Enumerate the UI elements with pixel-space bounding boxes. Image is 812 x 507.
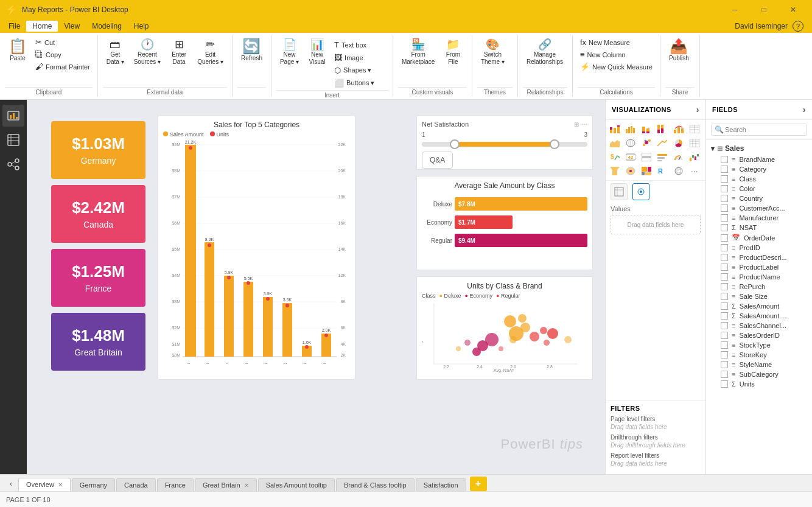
field-productlabel[interactable]: ≡ ProductLabel [706,262,812,272]
tab-overview-close[interactable]: ✕ [58,481,63,488]
viz-line[interactable] [656,136,669,150]
field-storekey[interactable]: ≡ StoreKey [706,350,812,360]
slider-handle-left[interactable] [450,139,460,149]
viz-area[interactable] [608,136,621,150]
viz-line-col[interactable] [672,122,685,136]
new-page-button[interactable]: 📄 NewPage ▾ [276,37,303,68]
field-repurch[interactable]: ≡ RePurch [706,282,812,292]
format-painter-button[interactable]: 🖌 Format Painter [33,61,93,72]
avg-sale-chart[interactable]: Average Sale Amount by Class Deluxe $7.8… [416,176,593,270]
page-filter-drop[interactable]: Drag data fields here [611,424,701,430]
viz-globe[interactable] [672,164,685,178]
tab-sales-tooltip[interactable]: Sales Amount tooltip [258,478,335,491]
viz-matrix[interactable] [688,136,701,150]
viz-clustered-bar[interactable] [624,122,637,136]
paste-button[interactable]: 📋 Paste [5,37,30,65]
viz-format-tab[interactable] [632,183,649,200]
enter-data-button[interactable]: ⊞ EnterData [167,37,191,68]
viz-slicer[interactable] [656,150,669,164]
field-salesorderid[interactable]: ≡ SalesOrderID [706,330,812,340]
viz-filled-map[interactable] [624,164,637,178]
nav-model[interactable] [2,153,24,175]
maximize-button[interactable]: □ [750,0,778,19]
satisfaction-card[interactable]: Net Satisfaction ⊞ ⋯ 1 3 Q&A [416,115,593,170]
field-color[interactable]: ≡ Color [706,184,812,194]
viz-waterfall[interactable] [688,150,701,164]
field-prodid[interactable]: ≡ ProdID [706,243,812,253]
manage-relationships-button[interactable]: 🔗 ManageRelationships [523,37,567,68]
close-button[interactable]: ✕ [779,0,807,19]
viz-gauge[interactable] [672,150,685,164]
text-box-button[interactable]: T Text box [332,39,377,51]
field-class-check[interactable] [721,175,728,183]
edit-queries-button[interactable]: ✏ EditQueries ▾ [194,37,227,68]
cut-button[interactable]: ✂ Cut [33,37,93,48]
new-column-button[interactable]: ≡ New Column [578,49,655,60]
from-file-button[interactable]: 📁 FromFile [441,37,465,68]
publish-button[interactable]: 📤 Publish [665,37,693,65]
viz-card[interactable]: 42 [624,150,637,164]
satisfaction-slider[interactable] [422,142,587,147]
field-brandname-check[interactable] [721,156,728,163]
field-class[interactable]: ≡ Class [706,174,812,184]
nav-data[interactable] [2,129,24,151]
slider-handle-right[interactable] [550,139,559,149]
new-quick-measure-button[interactable]: ⚡ New Quick Measure [578,61,655,72]
field-category[interactable]: ≡ Category [706,164,812,174]
fields-expand[interactable]: › [803,105,806,114]
field-nsat[interactable]: Σ NSAT [706,223,812,233]
viz-kpi[interactable]: $ [608,150,621,164]
field-stylename[interactable]: ≡ StyleName [706,360,812,369]
buttons-button[interactable]: ⬜ Buttons ▾ [332,77,377,89]
add-page-button[interactable]: + [470,477,487,491]
kpi-great-britain[interactable]: $1.48M Great Britain [51,313,145,371]
canvas-area[interactable]: $1.03M Germany $2.42M Canada $1.25M Fran… [27,100,605,474]
field-productname[interactable]: ≡ ProductName [706,272,812,282]
new-visual-button[interactable]: 📊 NewVisual [305,37,329,68]
viz-more[interactable]: ··· [688,164,701,178]
field-orderdate[interactable]: 📅 OrderDate [706,233,812,243]
viz-map[interactable] [624,136,637,150]
new-measure-button[interactable]: fx New Measure [578,37,655,48]
viz-fields-tab[interactable] [611,183,628,200]
values-drop-zone[interactable]: Drag data fields here [611,215,701,234]
help-button[interactable]: ? [793,21,803,32]
kpi-germany[interactable]: $1.03M Germany [51,121,145,179]
field-manufacturer[interactable]: ≡ Manufacturer [706,213,812,223]
tab-france[interactable]: France [157,478,194,491]
shapes-button[interactable]: ⬡ Shapes ▾ [332,65,377,76]
nav-report[interactable] [2,105,24,127]
field-country[interactable]: ≡ Country [706,194,812,203]
tab-germany[interactable]: Germany [72,478,115,491]
tab-satisfaction[interactable]: Satisfaction [416,478,466,491]
sales-table-header[interactable]: ▾ ⊞ Sales [706,142,812,155]
recent-sources-button[interactable]: 🕐 RecentSources ▾ [130,37,164,68]
tab-nav-left[interactable]: ‹ [5,477,17,491]
field-units[interactable]: Σ Units [706,379,812,389]
menu-modeling[interactable]: Modeling [86,21,128,32]
viz-scatter[interactable] [640,136,653,150]
image-button[interactable]: 🖼 Image [332,52,377,63]
kpi-canada[interactable]: $2.42M Canada [51,185,145,243]
field-productdescri[interactable]: ≡ ProductDescri... [706,253,812,262]
viz-multi-row-card[interactable] [640,150,653,164]
drillthrough-drop[interactable]: Drag drillthrough fields here [611,442,701,449]
field-country-check[interactable] [721,195,728,202]
field-color-check[interactable] [721,185,728,192]
viz-100-stacked[interactable] [656,122,669,136]
viz-funnel[interactable] [608,164,621,178]
tab-overview[interactable]: Overview ✕ [18,478,71,491]
scatter-chart[interactable]: Units by Class & Brand Class ● Deluxe ● … [416,276,593,380]
from-marketplace-button[interactable]: 🏪 FromMarketplace [398,37,438,68]
field-sale-size[interactable]: ≡ Sale Size [706,292,812,301]
field-customeracc[interactable]: ≡ CustomerAcc... [706,203,812,213]
qa-button[interactable]: Q&A [422,152,453,169]
kpi-france[interactable]: $1.25M France [51,249,145,307]
field-saleschannel[interactable]: ≡ SalesChannel... [706,321,812,330]
tab-great-britain-close[interactable]: ✕ [244,482,249,489]
field-subcategory[interactable]: ≡ SubCategory [706,369,812,379]
menu-help[interactable]: Help [128,21,155,32]
viz-treemap[interactable] [640,164,653,178]
fields-search-input[interactable] [711,124,807,136]
menu-home[interactable]: Home [26,21,58,32]
